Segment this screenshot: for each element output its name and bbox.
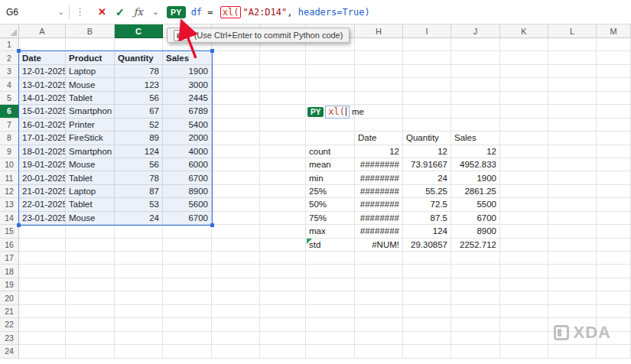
grid-cell[interactable]	[66, 38, 115, 51]
column-header[interactable]: J	[451, 24, 500, 38]
grid-cell[interactable]: 53	[115, 198, 163, 211]
grid-cell[interactable]	[403, 332, 451, 345]
grid-cell[interactable]	[500, 332, 548, 345]
row-header[interactable]: 2	[0, 51, 19, 64]
grid-cell[interactable]: Tablet	[66, 198, 115, 211]
grid-cell[interactable]	[212, 132, 260, 145]
grid-cell[interactable]: 56	[115, 158, 163, 171]
grid-cell[interactable]	[260, 158, 306, 171]
grid-cell[interactable]	[597, 38, 631, 51]
grid-cell[interactable]: 20-01-2025	[19, 171, 66, 184]
grid-cell[interactable]	[260, 345, 306, 358]
grid-cell[interactable]	[451, 65, 500, 78]
grid-cell[interactable]: 55.25	[403, 185, 451, 198]
grid-cell[interactable]	[163, 225, 212, 238]
grid-cell[interactable]	[260, 305, 306, 318]
grid-cell[interactable]: ########	[355, 185, 403, 198]
grid-cell[interactable]	[115, 318, 163, 331]
grid-cell[interactable]	[212, 291, 260, 304]
grid-cell[interactable]: Date	[19, 51, 66, 64]
grid-cell[interactable]	[260, 51, 306, 64]
grid-cell[interactable]	[212, 92, 260, 105]
grid-cell[interactable]: FireStick	[66, 132, 115, 145]
grid-cell[interactable]	[260, 252, 306, 265]
grid-cell[interactable]	[451, 278, 500, 291]
grid-cell[interactable]	[260, 291, 306, 304]
grid-cell[interactable]	[306, 92, 355, 105]
grid-cell[interactable]	[260, 332, 306, 345]
grid-cell[interactable]: Mouse	[66, 158, 115, 171]
row-header[interactable]: 15	[0, 225, 19, 238]
grid-cell[interactable]	[548, 239, 597, 252]
grid-cell[interactable]	[260, 65, 306, 78]
grid-cell[interactable]	[355, 252, 403, 265]
grid-cell[interactable]: 6700	[163, 171, 212, 184]
grid-cell[interactable]	[212, 332, 260, 345]
grid-cell[interactable]	[403, 265, 451, 278]
grid-cell[interactable]	[66, 278, 115, 291]
grid-cell[interactable]	[403, 38, 451, 51]
grid-cell[interactable]	[500, 51, 548, 64]
grid-cell[interactable]	[597, 212, 631, 225]
grid-cell[interactable]	[597, 252, 631, 265]
grid-cell[interactable]	[212, 158, 260, 171]
grid-cell[interactable]: Quantity	[115, 51, 163, 64]
grid-cell[interactable]	[500, 158, 548, 171]
grid-cell[interactable]	[548, 252, 597, 265]
grid-cell[interactable]	[403, 105, 451, 118]
grid-cell[interactable]	[355, 278, 403, 291]
grid-cell[interactable]	[260, 132, 306, 145]
grid-cell[interactable]	[548, 38, 597, 51]
grid-cell[interactable]: Mouse	[66, 78, 115, 91]
grid-cell[interactable]	[260, 105, 306, 118]
grid-cell[interactable]: 3000	[163, 78, 212, 91]
grid-cell[interactable]	[163, 332, 212, 345]
grid-cell[interactable]: Laptop	[66, 185, 115, 198]
grid-cell[interactable]: 52	[115, 119, 163, 132]
grid-cell[interactable]	[212, 252, 260, 265]
grid-cell[interactable]: 67	[115, 105, 163, 118]
grid-cell[interactable]	[260, 239, 306, 252]
grid-cell[interactable]: #NUM!	[355, 239, 403, 252]
grid-cell[interactable]	[500, 185, 548, 198]
grid-cell[interactable]	[548, 305, 597, 318]
grid-cell[interactable]	[19, 278, 66, 291]
grid-cell[interactable]	[500, 225, 548, 238]
grid-cell[interactable]	[163, 252, 212, 265]
grid-cell[interactable]	[163, 278, 212, 291]
grid-cell[interactable]	[212, 278, 260, 291]
grid-cell[interactable]	[403, 78, 451, 91]
grid-cell[interactable]	[260, 78, 306, 91]
grid-cell[interactable]	[548, 119, 597, 132]
grid-cell[interactable]	[597, 225, 631, 238]
formula-input[interactable]: df = xl("A2:D14", headers=True)	[191, 6, 370, 18]
grid-cell[interactable]: 6789	[163, 105, 212, 118]
column-header[interactable]: K	[500, 24, 548, 38]
grid-cell[interactable]	[500, 132, 548, 145]
grid-cell[interactable]: 123	[115, 78, 163, 91]
grid-cell[interactable]	[548, 345, 597, 358]
row-header[interactable]: 20	[0, 291, 19, 304]
grid-cell[interactable]	[597, 171, 631, 184]
grid-cell[interactable]: Sales	[163, 51, 212, 64]
grid-cell[interactable]	[355, 291, 403, 304]
grid-cell[interactable]: 2445	[163, 92, 212, 105]
grid-cell[interactable]: 87.5	[403, 212, 451, 225]
grid-cell[interactable]: 12	[451, 145, 500, 158]
column-header[interactable]: L	[548, 24, 597, 38]
grid-cell[interactable]	[500, 119, 548, 132]
row-header[interactable]: 5	[0, 92, 19, 105]
grid-cell[interactable]: 29.30857	[403, 239, 451, 252]
row-header[interactable]: 1	[0, 38, 19, 51]
grid-cell[interactable]	[306, 252, 355, 265]
grid-cell[interactable]	[306, 345, 355, 358]
row-header[interactable]: 23	[0, 332, 19, 345]
grid-cell[interactable]	[260, 265, 306, 278]
grid-cell[interactable]	[403, 278, 451, 291]
row-header[interactable]: 7	[0, 119, 19, 132]
grid-cell[interactable]	[355, 78, 403, 91]
grid-cell[interactable]	[212, 345, 260, 358]
grid-cell[interactable]	[355, 119, 403, 132]
grid-cell[interactable]: 8900	[451, 225, 500, 238]
grid-cell[interactable]	[548, 145, 597, 158]
